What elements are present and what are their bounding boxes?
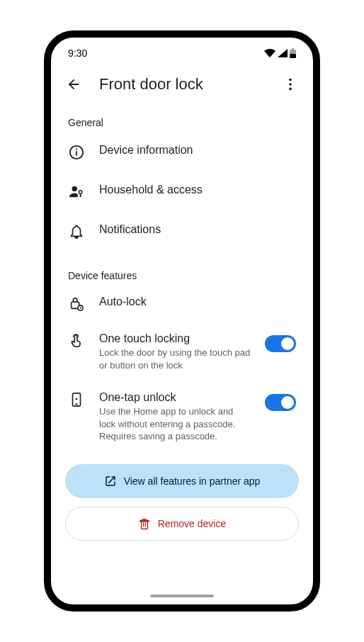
list-item-device-info[interactable]: Device information xyxy=(51,133,313,172)
list-item-notifications[interactable]: Notifications xyxy=(51,212,313,252)
battery-icon xyxy=(290,48,296,58)
arrow-back-icon xyxy=(66,77,81,92)
svg-point-4 xyxy=(289,83,292,86)
svg-point-9 xyxy=(72,186,77,191)
toggle-one-tap-unlock[interactable] xyxy=(265,394,296,411)
list-item-one-touch-locking[interactable]: One touch locking Lock the door by using… xyxy=(51,322,313,381)
home-indicator[interactable] xyxy=(150,595,214,597)
wifi-icon xyxy=(264,49,275,57)
toggle-one-touch-locking[interactable] xyxy=(265,335,296,352)
list-item-label: Notifications xyxy=(99,223,296,236)
svg-point-3 xyxy=(289,79,292,81)
svg-point-17 xyxy=(76,398,78,400)
overflow-menu-button[interactable] xyxy=(276,70,305,98)
list-item-label: Household & access xyxy=(99,184,296,196)
page-title: Front door lock xyxy=(99,75,265,94)
status-time: 9:30 xyxy=(68,47,87,59)
info-icon xyxy=(68,144,85,161)
list-item-household[interactable]: Household & access xyxy=(51,172,313,212)
section-header-general: General xyxy=(51,103,313,133)
list-item-subtitle: Lock the door by using the touch pad or … xyxy=(99,347,251,371)
svg-rect-0 xyxy=(292,48,294,50)
app-bar: Front door lock xyxy=(51,66,313,103)
button-container: View all features in partner app Remove … xyxy=(51,453,313,544)
status-bar: 9:30 xyxy=(51,38,313,66)
bell-icon xyxy=(68,223,85,240)
person-key-icon xyxy=(68,184,85,201)
content-scroll[interactable]: General Device information xyxy=(51,103,313,589)
view-partner-app-button[interactable]: View all features in partner app xyxy=(65,464,299,498)
list-item-label: Device information xyxy=(99,144,296,157)
list-item-label: One-tap unlock xyxy=(99,391,251,404)
list-item-auto-lock[interactable]: Auto-lock xyxy=(51,286,313,322)
svg-rect-2 xyxy=(290,54,296,58)
status-icons xyxy=(264,48,296,58)
remove-device-button[interactable]: Remove device xyxy=(65,507,299,541)
signal-icon xyxy=(278,49,288,57)
trash-icon xyxy=(138,517,151,530)
touch-icon xyxy=(68,332,85,349)
open-external-icon xyxy=(104,475,117,488)
list-item-label: Auto-lock xyxy=(99,295,296,308)
svg-point-10 xyxy=(79,191,82,194)
more-vert-icon xyxy=(283,77,298,92)
svg-rect-8 xyxy=(76,149,77,150)
list-item-subtitle: Use the Home app to unlock and lock with… xyxy=(99,405,251,443)
phone-tap-icon xyxy=(68,391,85,408)
section-header-device-features: Device features xyxy=(51,252,313,286)
list-item-one-tap-unlock[interactable]: One-tap unlock Use the Home app to unloc… xyxy=(51,381,313,453)
button-label: Remove device xyxy=(158,518,227,529)
svg-point-5 xyxy=(289,88,292,91)
svg-rect-7 xyxy=(76,151,77,155)
lock-clock-icon xyxy=(68,295,85,312)
back-button[interactable] xyxy=(59,70,88,98)
phone-frame: 9:30 Front door lock xyxy=(44,30,320,612)
button-label: View all features in partner app xyxy=(124,475,261,487)
list-item-label: One touch locking xyxy=(99,332,251,345)
